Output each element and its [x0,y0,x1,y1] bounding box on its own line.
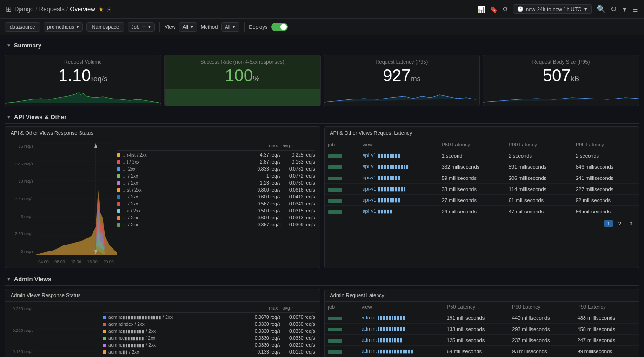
legend-color [117,209,120,213]
admin-section-header[interactable]: ▼ Admin Views [5,273,639,286]
job-select[interactable]: Job ▼ [128,22,155,32]
view-select[interactable]: All ▼ [179,22,197,32]
p99-cell: 241 milliseconds [572,172,639,184]
svg-marker-13 [94,143,97,148]
legend-color [117,195,120,199]
p90-cell: 440 milliseconds [508,312,573,324]
legend-color [117,223,120,227]
legend-avg: 0.0760 req/s [283,180,315,185]
col-view: view [359,139,438,150]
api-panels: API & Other Views Response Status 15 req… [5,126,639,268]
sort-icon[interactable]: ↕ [291,143,293,148]
p90-cell: 93 milliseconds [508,346,573,357]
job-cell [325,150,359,161]
breadcrumb: Django / Requests / Overview [14,6,95,13]
legend-name: admin:▮▮ / 2xx [108,350,246,355]
sort-icon: ↓ [478,305,480,310]
datasource-button[interactable]: datasource [5,22,40,32]
admin-panels: Admin Views Response Status 0.250 req/s … [5,289,639,357]
settings-icon[interactable]: ⚙ [502,6,508,13]
p90-cell: 47 milliseconds [505,206,572,217]
spark-bar [328,199,342,203]
api-section-header[interactable]: ▼ API Views & Other [5,111,639,124]
p50-cell: 125 milliseconds [443,335,508,346]
job-label: Job [131,24,139,30]
breadcrumb-django[interactable]: Django [14,6,33,13]
page-3-btn[interactable]: 3 [627,220,635,227]
page-2-btn[interactable]: 2 [616,220,624,227]
p50-cell: 33 milliseconds [438,184,505,195]
share-icon[interactable]: ⎘ [107,6,111,13]
zoom-icon[interactable]: 🔍 [597,5,606,13]
page-1-btn[interactable]: 1 [604,220,613,227]
legend-name: …t / 2xx [122,159,246,165]
sidebar-icon[interactable]: ☰ [632,6,638,13]
p50-cell: 191 milliseconds [443,312,508,324]
chart-icon[interactable]: 📊 [477,6,485,13]
dropdown-icon[interactable]: ▼ [621,6,628,13]
deploys-toggle[interactable] [271,23,288,31]
prometheus-select[interactable]: prometheus ▼ [44,22,83,32]
admin-response-chart-inner: 0.250 req/s 0.200 req/s 0.150 req/s 0.10… [5,302,320,357]
admin-chart-y-axis: 0.250 req/s 0.200 req/s 0.150 req/s 0.10… [10,305,35,357]
breadcrumb-requests[interactable]: Requests [39,6,65,13]
legend-avg: 0.0781 req/s [283,166,315,172]
sort-icon[interactable]: ↕ [291,305,293,311]
namespace-button[interactable]: Namespace [86,22,124,32]
method-select[interactable]: All ▼ [221,22,239,32]
chevron-down-icon: ▼ [76,25,80,29]
p99-cell: 458 milliseconds [574,324,639,335]
legend-avg: 0.0330 req/s [283,329,315,334]
legend-avg: 0.0309 req/s [283,222,315,227]
bookmark-icon[interactable]: 🔖 [490,6,498,13]
legend-avg: 0.0341 req/s [283,201,315,206]
legend-max: 0.600 req/s [248,194,281,199]
spark-bar [328,350,342,354]
admin-latency-panel: Admin Request Latency job view P50 Laten… [324,289,640,357]
legend-color [103,323,106,326]
chevron-down-icon: ▼ [7,43,11,48]
chevron-down-icon: ▼ [584,7,588,12]
p90-cell: 591 milliseconds [505,161,572,172]
legend-avg: 0.0330 req/s [283,322,315,327]
chevron-down-icon: ▼ [7,114,11,119]
legend-color [117,181,120,185]
clock-icon: 🕐 [517,6,524,12]
body-size-panel: Request Body Size (P95) 507kB [483,55,639,106]
legend-row-5: admin:▮▮ / 2xx 0.133 req/s 0.0120 req/s [103,349,315,356]
legend-color [103,350,106,354]
legend-max: 4.37 req/s [248,152,281,158]
legend-max: 1.23 req/s [248,180,281,185]
time-range[interactable]: 🕐 now-24h to now-1h UTC ▼ [513,4,592,14]
p50-cell: 133 milliseconds [443,324,508,335]
refresh-icon[interactable]: ↻ [611,5,617,13]
admin-response-chart-title: Admin Views Response Status [5,289,320,302]
legend-row-3: admin:c▮▮▮▮▮▮▮ / 2xx 0.0330 req/s 0.0330… [103,335,315,342]
view-cell: api-v1 ▮▮▮▮▮▮▮▮ [359,195,438,206]
api-response-chart-inner: 15 req/s 12.5 req/s 10 req/s 7.50 req/s … [5,139,320,268]
view-cell: api-v1 ▮▮▮▮▮▮▮▮▮▮ [359,184,438,195]
col-p50[interactable]: P50 Latency ↓ [443,302,508,312]
p99-cell: 92 milliseconds [572,195,639,206]
api-chart-area: 15 req/s 12.5 req/s 10 req/s 7.50 req/s … [10,143,117,264]
legend-max: 0.0330 req/s [248,329,281,334]
legend-row-0: admin:▮▮▮▮▮▮▮▮▮▮▮▮▮▮ / 2xx 0.0670 req/s … [103,314,315,321]
legend-avg: 0.0412 req/s [283,194,315,199]
body-size-chart [483,89,639,106]
star-icon[interactable]: ★ [98,6,104,13]
grid-icon[interactable]: ⊞ [6,5,12,13]
legend-avg: 0.0330 req/s [283,336,315,341]
main-content: ▼ Summary Request Volume 1.10req/s Succe… [0,35,644,357]
p50-cell: 332 milliseconds [438,161,505,172]
col-p50[interactable]: P50 Latency ↓ [438,139,505,150]
admin-chart-area: 0.250 req/s 0.200 req/s 0.150 req/s 0.10… [10,305,103,357]
spark-bar [328,188,342,192]
svg-rect-0 [165,89,320,106]
legend-avg: 0.163 req/s [283,159,315,165]
table-row: admin:▮▮▮▮▮▮▮▮▮▮ 191 milliseconds 440 mi… [325,312,639,324]
p50-cell: 59 milliseconds [438,172,505,184]
summary-section-header[interactable]: ▼ Summary [5,39,639,52]
toolbar: datasource prometheus ▼ Namespace Job ▼ … [0,19,644,35]
job-cell [325,195,359,206]
legend-avg: 0.0772 req/s [283,173,315,178]
